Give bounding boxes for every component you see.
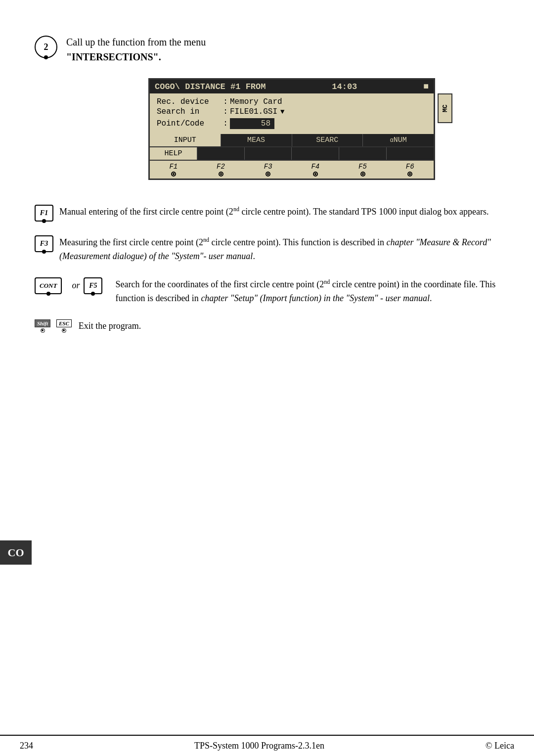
instruction-f3: F3 Measuring the first circle centre poi…: [35, 235, 499, 264]
lcd-pointcode-value: 58: [230, 118, 274, 129]
lcd-screen-wrapper: COGO\ DISTANCE #1 FROM 14:03 ■ MC Rec. d…: [84, 78, 499, 195]
lcd-rec-device-value: Memory Card: [230, 97, 427, 106]
instruction-f1: F1 Manual entering of the first circle c…: [35, 205, 499, 222]
step-2-row: 2 Call up the function from the menu "IN…: [35, 35, 499, 64]
step-text-bold: "INTERSECTIONS".: [66, 51, 161, 62]
lcd-search-value: FILE01.GSI ▼: [230, 107, 427, 116]
lcd-title-row: COGO\ DISTANCE #1 FROM 14:03 ■: [150, 80, 434, 93]
shift-esc-group: Shift ESC: [35, 319, 72, 333]
lcd-btn-empty5: [387, 147, 434, 160]
exit-instruction-text: Exit the program.: [79, 319, 141, 333]
step-number: 2: [44, 42, 48, 52]
page-content: 2 Call up the function from the menu "IN…: [0, 0, 534, 366]
lcd-btn-empty3: [292, 147, 339, 160]
instruction-exit: Shift ESC Exit the program.: [35, 319, 499, 333]
lcd-buttons-row: INPUT MEAS SEARC αNUM: [150, 134, 434, 146]
lcd-fn-f3: F3: [244, 163, 292, 177]
lcd-fn-f2: F2: [197, 163, 245, 177]
lcd-body: MC Rec. device : Memory Card Search in :…: [150, 93, 434, 132]
lcd-pointcode-label: Point/Code: [157, 119, 221, 128]
cont-f5-instruction-text: Search for the coordinates of the first …: [115, 277, 499, 306]
footer-center-text: TPS-System 1000 Programs-2.3.1en: [194, 741, 324, 751]
instruction-cont-f5: CONT or F5 Search for the coordinates of…: [35, 277, 499, 306]
lcd-time: 14:03: [332, 82, 357, 91]
lcd-search-label: Search in: [157, 107, 221, 116]
f5-key-badge: F5: [84, 277, 102, 294]
lcd-btn-empty1: [197, 147, 245, 160]
lcd-rec-device-row: Rec. device : Memory Card: [157, 97, 427, 106]
lcd-btn-input[interactable]: INPUT: [150, 134, 221, 146]
lcd-pointcode-row: Point/Code : 58: [157, 118, 427, 129]
lcd-fn-row: F1 F2 F3 F4 F5: [150, 160, 434, 178]
esc-key: ESC: [56, 319, 72, 333]
shift-key: Shift: [35, 319, 50, 333]
lcd-rec-device-label: Rec. device: [157, 97, 221, 106]
lcd-btn-searc[interactable]: SEARC: [292, 134, 363, 146]
esc-label: ESC: [56, 319, 72, 327]
lcd-screen: COGO\ DISTANCE #1 FROM 14:03 ■ MC Rec. d…: [148, 78, 435, 180]
step-2-text: Call up the function from the menu "INTE…: [66, 35, 206, 64]
f1-key-badge: F1: [35, 205, 53, 222]
step-2-badge: 2: [35, 36, 57, 58]
lcd-btn-help[interactable]: HELP: [150, 147, 197, 160]
co-sidebar: CO: [0, 540, 32, 565]
lcd-help-row: HELP: [150, 146, 434, 160]
lcd-fn-f6: F6: [386, 163, 434, 177]
lcd-fn-f4: F4: [292, 163, 339, 177]
page-footer: 234 TPS-System 1000 Programs-2.3.1en © L…: [0, 735, 534, 756]
lcd-btn-meas[interactable]: MEAS: [221, 134, 292, 146]
lcd-fn-f1: F1: [150, 163, 197, 177]
f3-key-badge: F3: [35, 235, 53, 252]
or-text: or: [72, 280, 80, 291]
lcd-btn-num[interactable]: αNUM: [363, 134, 434, 146]
footer-page-number: 234: [20, 741, 33, 751]
step-dot: [44, 55, 48, 59]
footer-right-text: © Leica: [486, 741, 514, 751]
cont-key-badge: CONT: [35, 277, 62, 294]
mc-badge: MC: [438, 93, 452, 123]
lcd-btn-empty4: [339, 147, 387, 160]
lcd-title: COGO\ DISTANCE #1 FROM: [155, 82, 266, 91]
lcd-fn-f5: F5: [339, 163, 387, 177]
cont-f5-key-group: CONT or F5: [35, 277, 108, 294]
f1-instruction-text: Manual entering of the first circle cent…: [59, 205, 489, 219]
step-text-line1: Call up the function from the menu: [66, 37, 206, 47]
dropdown-arrow: ▼: [280, 108, 284, 116]
lcd-search-row: Search in : FILE01.GSI ▼: [157, 107, 427, 116]
lcd-btn-empty2: [245, 147, 292, 160]
f3-instruction-text: Measuring the first circle centre point …: [59, 235, 499, 264]
shift-label: Shift: [35, 319, 50, 327]
